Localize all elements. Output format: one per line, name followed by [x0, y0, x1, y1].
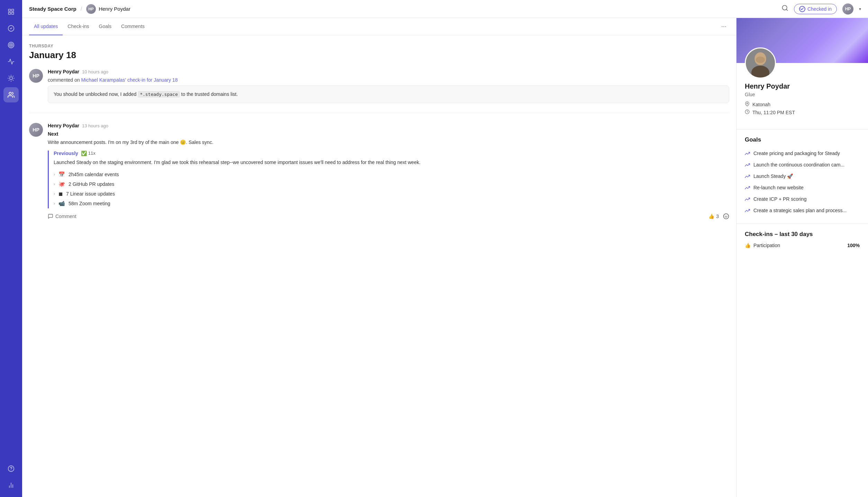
goal-item-3[interactable]: Re-launch new website [745, 182, 860, 194]
checkins-row-icon-0: 👍 [745, 243, 751, 248]
profile-meta: Katonah Thu, 11:20 PM EST [745, 101, 860, 115]
tab-all-updates[interactable]: All updates [29, 18, 63, 35]
profile-name: Henry Poydar [745, 82, 860, 90]
topbar-username: Henry Poydar [99, 6, 130, 12]
svg-line-12 [13, 80, 13, 80]
expand-arrow-0: › [54, 172, 55, 177]
expand-arrow-2: › [54, 191, 55, 196]
activity-name-2: Henry Poydar [48, 123, 79, 128]
expand-item-2[interactable]: › ◼ 7 Linear issue updates [54, 189, 729, 199]
right-panel: Henry Poydar Glue Katonah Thu, 11:20 PM … [736, 18, 868, 497]
goal-icon-2 [745, 174, 750, 180]
topbar-user[interactable]: HP Henry Poydar [86, 4, 130, 14]
previously-count: 11x [88, 151, 96, 156]
goal-label-2: Launch Steady 🚀 [753, 173, 793, 179]
svg-point-8 [10, 77, 12, 80]
activity-action-text-1: commented on [48, 77, 80, 83]
sidebar-item-updates[interactable] [3, 4, 19, 19]
tab-comments[interactable]: Comments [116, 18, 150, 35]
calendar-icon: 📅 [58, 171, 65, 178]
check-circle-icon [799, 6, 805, 12]
tabs-bar: All updates Check-ins Goals Comments ··· [22, 18, 736, 35]
goal-item-4[interactable]: Create ICP + PR scoring [745, 194, 860, 205]
divider-2 [736, 224, 868, 224]
previously-border: Previously ✅ 11x Launched Steady on the … [48, 151, 729, 209]
next-label: Next [48, 131, 729, 137]
location-text: Katonah [752, 102, 770, 107]
thumbs-up-emoji: 👍 [708, 214, 714, 219]
sidebar-item-checkins[interactable] [3, 21, 19, 36]
profile-avatar-button[interactable]: HP [842, 3, 853, 15]
checkins-row-label-0: Participation [753, 243, 780, 248]
expand-item-1[interactable]: › 🐙 2 GitHub PR updates [54, 179, 729, 189]
svg-rect-3 [12, 12, 14, 15]
svg-point-25 [724, 214, 729, 219]
activity-time-2: 13 hours ago [82, 123, 108, 128]
goal-icon-4 [745, 197, 750, 203]
svg-line-11 [9, 76, 9, 76]
previously-badge: ✅ 11x [81, 151, 96, 156]
checkins-row-0: 👍 Participation 100% [745, 243, 860, 248]
profile-pic [745, 47, 776, 79]
thumbs-up-count: 3 [716, 214, 719, 219]
profile-pic-wrapper [745, 47, 776, 79]
goal-item-1[interactable]: Launch the continuous coordination cam..… [745, 160, 860, 171]
checkins-section: Check-ins – last 30 days 👍 Participation… [736, 231, 868, 256]
profile-location: Katonah [745, 101, 860, 107]
date-label: THURSDAY [29, 44, 729, 48]
goal-item-2[interactable]: Launch Steady 🚀 [745, 171, 860, 182]
thumbs-up-reaction[interactable]: 👍 3 [708, 214, 719, 219]
tabs-more-button[interactable]: ··· [718, 20, 729, 33]
activity-card-2: HP Henry Poydar 13 hours ago Next Write … [29, 123, 729, 229]
chevron-down-icon[interactable]: ▾ [859, 7, 861, 11]
goal-item-5[interactable]: Create a strategic sales plan and proces… [745, 205, 860, 217]
sidebar-item-targets[interactable] [3, 37, 19, 53]
checkins-row-value-0: 100% [847, 243, 860, 248]
goal-icon-5 [745, 208, 750, 214]
svg-line-15 [9, 80, 9, 80]
svg-rect-1 [12, 9, 14, 11]
expand-item-3[interactable]: › 📹 58m Zoom meeting [54, 199, 729, 208]
sidebar-item-insights[interactable] [3, 71, 19, 86]
topbar-right: Checked in HP ▾ [781, 3, 861, 15]
previously-label: Previously [54, 151, 78, 156]
activity-header-2: Henry Poydar 13 hours ago [48, 123, 729, 128]
activity-header-1: Henry Poydar 10 hours ago [48, 69, 729, 74]
tab-goals[interactable]: Goals [94, 18, 117, 35]
checked-in-button[interactable]: Checked in [794, 4, 837, 14]
zoom-icon: 📹 [58, 200, 65, 207]
activity-action-1: commented on Michael Karampalas' check-i… [48, 77, 729, 83]
linear-icon: ◼ [58, 191, 63, 197]
sidebar-item-help[interactable] [3, 461, 19, 476]
activity-link-1[interactable]: Michael Karampalas' check-in for January… [81, 77, 178, 83]
goal-item-0[interactable]: Create pricing and packaging for Steady [745, 148, 860, 160]
goal-label-3: Re-launch new website [753, 185, 804, 190]
svg-rect-2 [9, 12, 11, 15]
expand-items-list: › 📅 2h45m calendar events › 🐙 2 GitHub P… [54, 170, 729, 208]
comment-code-1: *.steady.space [138, 91, 180, 98]
expand-item-0[interactable]: › 📅 2h45m calendar events [54, 170, 729, 179]
clock-icon [745, 109, 750, 115]
search-button[interactable] [781, 4, 788, 13]
brand-name: Steady Space Corp [29, 6, 76, 12]
location-icon [745, 101, 750, 107]
reactions-bar: Comment 👍 3 [48, 213, 729, 219]
comment-button[interactable]: Comment [48, 214, 76, 219]
add-reaction-button[interactable] [723, 213, 729, 219]
expand-item-label-2: 7 Linear issue updates [66, 191, 115, 197]
expand-item-label-3: 58m Zoom meeting [69, 201, 110, 206]
comment-button-label: Comment [55, 214, 76, 219]
expand-arrow-1: › [54, 182, 55, 187]
sidebar-item-pulse[interactable] [3, 54, 19, 69]
sidebar-item-people[interactable] [3, 87, 19, 102]
github-icon: 🐙 [58, 181, 65, 187]
tab-checkins[interactable]: Check-ins [63, 18, 94, 35]
activity-avatar-2: HP [29, 123, 43, 137]
topbar-user-avatar: HP [86, 4, 96, 14]
goal-label-1: Launch the continuous coordination cam..… [753, 162, 844, 168]
goal-icon-0 [745, 151, 750, 157]
sidebar-item-reports[interactable] [3, 478, 19, 493]
goal-label-4: Create ICP + PR scoring [753, 196, 806, 202]
svg-line-16 [13, 76, 13, 76]
goals-list: Create pricing and packaging for Steady … [736, 148, 868, 217]
